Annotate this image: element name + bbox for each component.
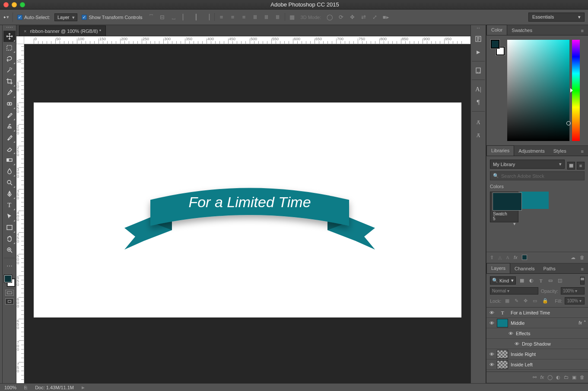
fx-badge-icon[interactable]: fx	[578, 320, 582, 325]
add-char-style-icon[interactable]: A	[506, 255, 509, 260]
healing-brush-tool[interactable]	[3, 98, 16, 109]
blur-tool[interactable]	[3, 166, 16, 177]
rectangle-tool[interactable]	[3, 222, 16, 233]
layer-row[interactable]: 👁TFor a Limited Time	[486, 308, 588, 318]
tab-layers[interactable]: Layers	[486, 263, 510, 273]
align-top-icon[interactable]: ⎴	[147, 13, 156, 22]
lock-pixels-icon[interactable]: ▦	[504, 298, 511, 304]
pen-tool[interactable]	[3, 188, 16, 199]
filter-adjustment-icon[interactable]: ◐	[528, 277, 535, 284]
distribute-right-icon[interactable]: Ⅲ	[273, 13, 282, 22]
tab-adjustments[interactable]: Adjustments	[514, 146, 549, 156]
history-brush-tool[interactable]	[3, 132, 16, 143]
ruler-horizontal[interactable]: 0501001502002503003504004505005506006507…	[24, 36, 470, 44]
color-field[interactable]	[507, 40, 569, 141]
visibility-icon[interactable]: 👁	[486, 320, 497, 326]
visibility-icon[interactable]: 👁	[512, 341, 522, 346]
filter-smart-icon[interactable]: ◫	[556, 277, 563, 284]
close-window-button[interactable]	[3, 2, 9, 7]
visibility-icon[interactable]: 👁	[486, 310, 497, 315]
filter-switch[interactable]	[580, 277, 585, 285]
trash-icon[interactable]: 🗑	[580, 255, 585, 260]
close-tab-icon[interactable]: ×	[24, 29, 26, 34]
library-dropdown[interactable]: My Library▾	[490, 160, 565, 169]
brush-tool[interactable]	[3, 109, 16, 121]
filter-pixel-icon[interactable]: ▦	[518, 277, 525, 284]
visibility-icon[interactable]: 👁	[486, 352, 497, 357]
doc-info-menu-icon[interactable]: ▶	[82, 385, 85, 390]
marquee-tool[interactable]	[3, 42, 16, 53]
dock-grip[interactable]	[472, 28, 484, 30]
lock-artboard-icon[interactable]: ▭	[531, 298, 538, 304]
crop-tool[interactable]	[3, 76, 16, 87]
character-panel-icon[interactable]: A|	[473, 84, 483, 94]
align-left-icon[interactable]: ▏	[181, 13, 189, 22]
panel-color-swatches[interactable]	[491, 40, 505, 55]
screen-mode-toggle[interactable]	[5, 298, 14, 304]
panel-fg-swatch[interactable]	[491, 40, 499, 48]
align-hcenter-icon[interactable]: ┃	[192, 13, 200, 22]
edit-toolbar-icon[interactable]: ⋯	[3, 260, 16, 272]
character-styles-icon[interactable]: ⎯A	[473, 116, 483, 125]
add-graphic-icon[interactable]: ◬	[498, 255, 502, 260]
layer-filter-kind[interactable]: 🔍Kind▾	[490, 276, 516, 285]
eyedropper-tool[interactable]	[3, 87, 16, 98]
ruler-vertical[interactable]: 0501 0 01 5 02 0 02 5 03 0 03 5 04 0 04 …	[16, 44, 24, 383]
eraser-tool[interactable]	[3, 143, 16, 154]
library-swatch-2[interactable]	[520, 192, 549, 222]
tab-paths[interactable]: Paths	[539, 264, 560, 273]
toolbox-grip[interactable]	[3, 27, 16, 29]
layer-mask-icon[interactable]: ◯	[547, 375, 553, 380]
stock-icon[interactable]: ☁	[571, 255, 575, 260]
layer-row[interactable]: 👁Inside Left	[486, 359, 588, 370]
tab-channels[interactable]: Channels	[510, 264, 539, 273]
layer-row[interactable]: 👁Drop Shadow	[486, 339, 588, 349]
lock-position-icon[interactable]: ✥	[522, 298, 529, 304]
actions-panel-icon[interactable]: ▶	[473, 47, 483, 57]
expose-icon[interactable]: ⎘	[24, 385, 27, 390]
hand-tool[interactable]	[3, 233, 16, 244]
lasso-tool[interactable]	[3, 53, 16, 64]
doc-info[interactable]: Doc: 1.43M/11.1M	[35, 385, 74, 390]
foreground-color-swatch[interactable]	[4, 275, 12, 282]
distribute-left-icon[interactable]: Ⅲ	[251, 13, 260, 22]
show-transform-checkbox[interactable]: ✓Show Transform Controls	[82, 15, 142, 20]
fx-collapse-icon[interactable]: ˄	[584, 320, 586, 326]
library-search[interactable]: 🔍 Search Adobe Stock	[490, 171, 585, 180]
tab-swatches[interactable]: Swatches	[507, 26, 537, 35]
lock-all-icon[interactable]: 🔒	[541, 298, 550, 304]
library-grid-view-icon[interactable]: ▦	[567, 162, 575, 170]
ruler-origin[interactable]	[16, 36, 24, 44]
layer-group-icon[interactable]: 🗀	[564, 375, 569, 380]
auto-select-scope-dropdown[interactable]: Layer	[54, 13, 78, 21]
quick-mask-toggle[interactable]	[5, 290, 14, 296]
hue-slider[interactable]	[572, 40, 580, 141]
add-layer-style-icon[interactable]: fx	[514, 255, 518, 260]
tab-styles[interactable]: Styles	[549, 146, 571, 156]
zoom-level[interactable]: 100%	[4, 385, 16, 390]
filter-shape-icon[interactable]: ▭	[547, 277, 554, 284]
visibility-icon[interactable]: 👁	[505, 331, 516, 336]
add-color-icon[interactable]	[522, 255, 527, 260]
upload-icon[interactable]: ⇪	[490, 255, 494, 260]
auto-select-checkbox[interactable]: ✓Auto-Select:	[17, 15, 50, 20]
minimize-window-button[interactable]	[12, 2, 17, 7]
library-list-view-icon[interactable]: ≡	[577, 162, 585, 170]
align-bottom-icon[interactable]: ⎵	[169, 13, 178, 22]
history-panel-icon[interactable]	[473, 34, 483, 44]
layer-row[interactable]: 👁Middlefx˄	[486, 318, 588, 328]
dodge-tool[interactable]	[3, 177, 16, 188]
link-layers-icon[interactable]: ⚯	[533, 375, 537, 380]
color-swatch-pair[interactable]	[3, 274, 16, 287]
align-right-icon[interactable]: ▕	[203, 13, 212, 22]
auto-align-icon[interactable]: ▦	[288, 13, 296, 22]
paragraph-styles-icon[interactable]: ⎯A	[473, 129, 483, 138]
tab-libraries[interactable]: Libraries	[486, 145, 514, 156]
delete-layer-icon[interactable]: 🗑	[580, 375, 585, 380]
magic-wand-tool[interactable]	[3, 64, 16, 76]
move-tool[interactable]	[3, 31, 16, 42]
distribute-top-icon[interactable]: ≡	[217, 13, 226, 22]
library-swatch-1[interactable]: Swatch 5	[490, 192, 518, 222]
path-selection-tool[interactable]	[3, 211, 16, 222]
align-vcenter-icon[interactable]: ⊟	[158, 13, 167, 22]
